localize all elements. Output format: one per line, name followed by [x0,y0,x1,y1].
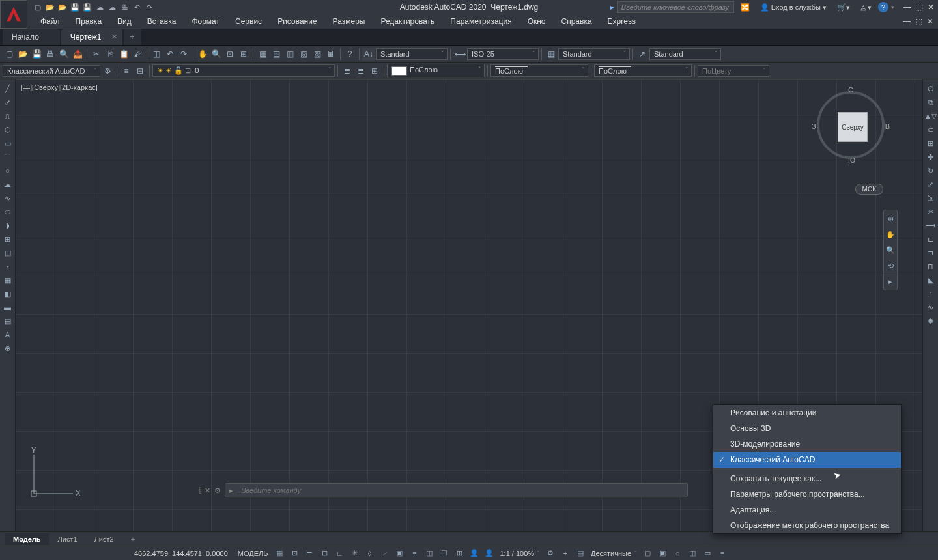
addsel-icon[interactable]: ⊕ [1,342,14,355]
signin-button[interactable]: 👤 Вход в службы ▾ [756,2,831,13]
circle-icon[interactable]: ○ [1,164,14,177]
mleader-icon[interactable]: ↗ [636,48,649,61]
iso-icon[interactable]: ◊ [362,548,377,559]
menu-param[interactable]: Параметризация [442,15,519,28]
viewcube-s[interactable]: Ю [848,156,855,164]
zoomw-icon[interactable]: ⊡ [223,48,236,61]
menu-express[interactable]: Express [600,15,644,28]
orbit-icon[interactable]: ⟲ [885,260,896,272]
app-logo[interactable] [0,0,27,29]
move-icon[interactable]: ✥ [924,150,937,163]
custom-icon[interactable]: ≡ [715,548,730,559]
save-icon[interactable]: 💾 [30,48,43,61]
doc-max-icon[interactable]: ⬚ [913,17,924,26]
layer2-icon[interactable]: ⊟ [134,64,147,77]
cmd-grip-icon[interactable]: ⁞⁞ [198,485,201,496]
workspace-drop[interactable]: Классический AutoCAD [3,65,100,77]
status-space[interactable]: МОДЕЛЬ [234,550,272,557]
infer-icon[interactable]: ⊢ [302,548,317,559]
ann-icon[interactable]: ▤ [573,548,588,559]
iso2-icon[interactable]: ◫ [685,548,700,559]
gear-icon[interactable]: ⚙ [543,548,558,559]
help-icon[interactable]: ? [343,48,356,61]
tp-icon[interactable]: ▥ [283,48,296,61]
fullnav-icon[interactable]: ⊛ [885,213,896,225]
publish-icon[interactable]: 📤 [71,48,84,61]
rect-icon[interactable]: ▭ [1,137,14,150]
ssm-icon[interactable]: ▧ [297,48,310,61]
calc-icon[interactable]: 🖩 [324,48,337,61]
plus-icon[interactable]: + [558,548,573,559]
polar-icon[interactable]: ✳ [347,548,362,559]
dc-icon[interactable]: ▤ [270,48,283,61]
ctx-settings[interactable]: Параметры рабочего пространства... [713,486,901,502]
layout-add[interactable]: + [123,533,143,545]
layer4-icon[interactable]: ≣ [354,64,367,77]
undo-icon[interactable]: ↶ [131,1,143,13]
tab-drawing[interactable]: Чертеж1✕ [61,29,122,45]
grid-icon[interactable]: ▦ [272,548,287,559]
help-icon[interactable]: ? [878,2,888,12]
search-input[interactable]: Введите ключевое слово/фразу [617,1,734,13]
viewcube[interactable]: Сверху С В Ю З [812,86,890,164]
scale-icon[interactable]: ⤢ [924,178,937,191]
new-icon[interactable]: ▢ [32,1,44,13]
break2-icon[interactable]: ⊐ [924,246,937,259]
menu-insert[interactable]: Вставка [139,15,184,28]
revcloud-icon[interactable]: ☁ [1,178,14,191]
hw-icon[interactable]: ○ [670,548,685,559]
cmd-close-icon[interactable]: ✕ [205,486,210,495]
connect-button[interactable]: 🔀 [737,2,754,13]
zoom-icon[interactable]: 🔍 [885,244,896,256]
exchange-icon[interactable]: 🛒▾ [833,2,854,13]
block-icon[interactable]: ◫ [150,48,163,61]
ctx-labels[interactable]: Отображение меток рабочего пространства [713,518,901,533]
close-icon[interactable]: ✕ [926,2,936,12]
xline-icon[interactable]: ⤢ [1,96,14,109]
prop-icon[interactable]: ▦ [256,48,269,61]
minimize-icon[interactable]: — [902,2,913,12]
doc-min-icon[interactable]: — [902,17,912,26]
ws-gear-icon[interactable]: ⚙ [101,64,114,77]
viewcube-face[interactable]: Сверху [838,112,868,142]
linetype-drop[interactable]: ПоСлою [490,64,588,77]
ctx-saveas[interactable]: Сохранить текущее как... [713,471,901,486]
copy-icon[interactable]: ⧉ [924,96,937,109]
dyninput-icon[interactable]: ⊟ [317,548,332,559]
paste-icon[interactable]: 📋 [117,48,130,61]
maximize-icon[interactable]: ⬚ [914,2,924,12]
ctx-customize[interactable]: Адаптация... [713,502,901,518]
tab-start[interactable]: Начало [3,29,60,45]
polygon-icon[interactable]: ⬡ [1,123,14,136]
zoom-icon[interactable]: 🔍 [210,48,223,61]
plotstyle-drop[interactable]: ПоЦвету [698,65,769,77]
open2-icon[interactable]: 📂 [57,1,68,13]
layer5-icon[interactable]: ⊞ [368,64,381,77]
ctx-3dmodeling[interactable]: 3D-моделирование [713,436,901,452]
open-icon[interactable]: 📂 [44,1,56,13]
app-icon[interactable]: ◬ ▾ [857,2,875,13]
save-icon[interactable]: 💾 [69,1,81,13]
layout-1[interactable]: Лист1 [50,533,85,545]
trim-icon[interactable]: ✂ [924,205,937,218]
ellipsearc-icon[interactable]: ◗ [1,219,14,232]
menu-draw[interactable]: Рисование [270,15,324,28]
sc-icon[interactable]: ⊞ [452,548,466,559]
ctx-drafting[interactable]: Рисование и аннотации [713,405,901,421]
menu-view[interactable]: Вид [109,15,139,28]
tablestyle-drop[interactable]: Standard [558,48,630,60]
chamfer-icon[interactable]: ◣ [924,273,937,287]
status-coords[interactable]: 4662.4759, 144.4571, 0.0000 [134,550,228,557]
new-icon[interactable]: ▢ [3,48,16,61]
tpy-icon[interactable]: ◫ [422,548,436,559]
menu-tools[interactable]: Сервис [227,15,270,28]
explode-icon[interactable]: ✸ [924,315,937,328]
wcs-badge[interactable]: МСК [855,184,883,195]
qv2-icon[interactable]: ▣ [655,548,670,559]
menu-window[interactable]: Окно [520,15,554,28]
tab-close-icon[interactable]: ✕ [111,33,117,41]
doc-close-icon[interactable]: ✕ [925,17,935,26]
break-icon[interactable]: ⊏ [924,232,937,245]
am-icon[interactable]: 👤 [467,548,481,559]
undo-icon[interactable]: ↶ [163,48,177,61]
